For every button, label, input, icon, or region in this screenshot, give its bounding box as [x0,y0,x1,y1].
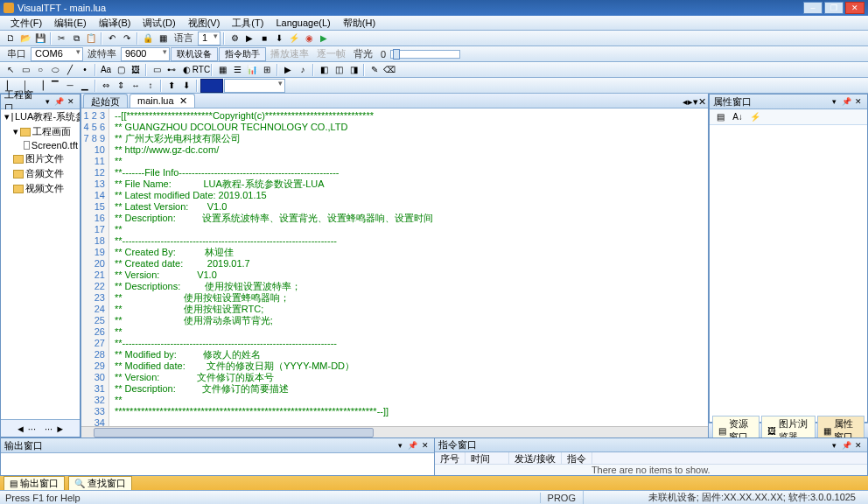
panel-dropdown-icon[interactable]: ▾ [829,96,839,107]
panel-close-icon[interactable]: ✕ [853,440,864,451]
menu-edit[interactable]: 编辑(E) [49,16,92,31]
qr-icon[interactable]: ⊞ [260,63,274,77]
lang-select[interactable]: 1 [198,32,220,46]
new-icon[interactable]: 🗋 [4,32,18,46]
pen-icon[interactable]: ✎ [368,63,382,77]
copy-icon[interactable]: ⧉ [69,32,83,46]
undo-icon[interactable]: ↶ [105,32,119,46]
menu-help[interactable]: 帮助(H) [338,16,381,31]
connect-button[interactable]: 联机设备 [171,47,218,61]
horizontal-scrollbar[interactable] [81,426,708,438]
meter-icon[interactable]: ◐ [179,63,193,77]
pointer-icon[interactable]: ↖ [4,63,18,77]
prev-icon[interactable]: ◄ ··· [16,424,36,434]
ellipse-icon[interactable]: ⬭ [48,63,62,77]
text-icon[interactable]: Aa [99,63,113,77]
panel-pin-icon[interactable]: 📌 [841,440,851,451]
cmd-helper-button[interactable]: 指令助手 [219,47,266,61]
grid-icon[interactable]: ▦ [156,32,170,46]
tab-close-icon[interactable]: ✕ [698,96,706,108]
baud-select[interactable]: 9600 [121,47,170,61]
tab-main-lua[interactable]: main.lua✕ [130,94,195,108]
menu-debug[interactable]: 调试(D) [137,16,180,31]
same-h-icon[interactable]: ↕ [144,79,158,93]
close-button[interactable]: ✕ [845,2,864,14]
tab-find[interactable]: 🔍 查找窗口 [68,476,132,491]
front-icon[interactable]: ⬆ [164,79,178,93]
rtc-icon[interactable]: RTC [194,63,208,77]
tree-item[interactable]: ▾工程画面 [1,124,80,139]
filter-icon[interactable]: ⚡ [748,110,762,124]
chart-icon[interactable]: 📊 [245,63,259,77]
panel-pin-icon[interactable]: 📌 [841,96,851,107]
menu-tools[interactable]: 工具(T) [227,16,269,31]
panel-dropdown-icon[interactable]: ▾ [43,96,52,107]
stop-icon[interactable]: ■ [257,32,271,46]
image-icon[interactable]: 🖼 [129,63,143,77]
circle-icon[interactable]: ○ [33,63,47,77]
maximize-button[interactable]: ❐ [824,2,844,14]
panel-pin-icon[interactable]: 📌 [408,440,418,451]
audio-icon[interactable]: ♪ [296,63,310,77]
eraser-icon[interactable]: ⌫ [382,63,396,77]
run-icon[interactable]: ▶ [242,32,256,46]
error-icon[interactable]: ◉ [302,32,316,46]
same-w-icon[interactable]: ↔ [129,79,143,93]
flash-icon[interactable]: ⚡ [287,32,301,46]
categorize-icon[interactable]: ▤ [713,110,727,124]
close-tab-icon[interactable]: ✕ [179,95,187,106]
panel-close-icon[interactable]: ✕ [66,96,76,107]
align-vc-icon[interactable]: ─ [63,79,77,93]
rect-icon[interactable]: ▭ [18,63,32,77]
build-icon[interactable]: ⚙ [228,32,242,46]
back-icon[interactable]: ⬇ [179,79,193,93]
line-icon[interactable]: ╱ [63,63,77,77]
menu-view[interactable]: 视图(V) [183,16,226,31]
menu-language[interactable]: Language(L) [270,17,335,29]
tab-start[interactable]: 起始页 [83,94,128,108]
progress-icon[interactable]: ▭ [150,63,164,77]
panel-pin-icon[interactable]: 📌 [54,96,64,107]
tree-item[interactable]: 音频文件 [1,166,80,181]
align-center-icon[interactable]: ◫ [332,63,346,77]
minimize-button[interactable]: – [803,2,822,14]
list-icon[interactable]: ☰ [230,63,244,77]
button-icon[interactable]: ▢ [114,63,128,77]
panel-close-icon[interactable]: ✕ [853,96,864,107]
color-swatch[interactable] [200,79,223,93]
next-icon[interactable]: ··· ► [45,424,65,434]
tree-item[interactable]: 视频文件 [1,181,80,196]
play-icon[interactable]: ▶ [317,32,331,46]
code-editor[interactable]: 1 2 3 4 5 6 7 8 9 10 11 12 13 14 15 16 1… [81,108,708,426]
color-select[interactable] [224,79,285,93]
video-icon[interactable]: ▶ [281,63,295,77]
cut-icon[interactable]: ✂ [54,32,68,46]
download-icon[interactable]: ⬇ [272,32,286,46]
align-left-icon[interactable]: ◧ [317,63,331,77]
port-select[interactable]: COM6 [31,47,83,61]
dist-h-icon[interactable]: ⇔ [99,79,113,93]
align-b-icon[interactable]: ▁ [78,79,92,93]
redo-icon[interactable]: ↷ [120,32,134,46]
panel-dropdown-icon[interactable]: ▾ [829,440,839,451]
dist-v-icon[interactable]: ⇕ [114,79,128,93]
slider-icon[interactable]: ⊷ [164,63,178,77]
save-icon[interactable]: 💾 [33,32,47,46]
panel-dropdown-icon[interactable]: ▾ [396,440,406,451]
table-icon[interactable]: ▦ [215,63,229,77]
menu-build[interactable]: 编译(B) [94,16,136,31]
menu-file[interactable]: 文件(F) [5,16,47,31]
align-right-icon[interactable]: ◨ [346,63,360,77]
tree-item[interactable]: Screen0.tft [1,139,80,151]
tree-root[interactable]: ▾ LUA教程-系统参数设置 [1,109,80,124]
code-body[interactable]: --[[***********************Copyright(c)*… [109,108,708,426]
open-icon[interactable]: 📂 [18,32,32,46]
paste-icon[interactable]: 📋 [84,32,98,46]
tree-item[interactable]: 图片文件 [1,151,80,166]
tab-output[interactable]: ▤ 输出窗口 [4,476,65,491]
panel-close-icon[interactable]: ✕ [420,440,430,451]
brightness-slider[interactable] [390,50,460,59]
sort-icon[interactable]: A↓ [731,110,745,124]
lock-icon[interactable]: 🔒 [141,32,155,46]
dot-icon[interactable]: • [78,63,92,77]
